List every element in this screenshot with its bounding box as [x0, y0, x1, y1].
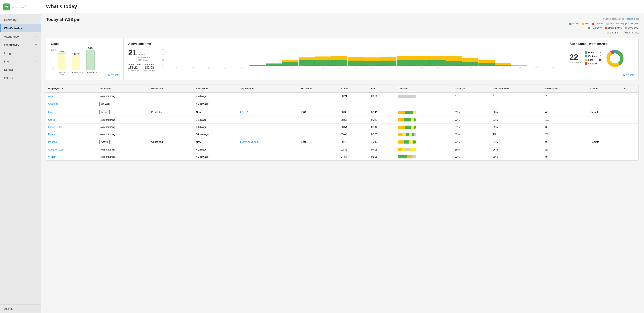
employee-link[interactable]: Finn [48, 111, 53, 114]
sidebar-item-summary[interactable]: Summary [0, 16, 40, 24]
current-time: Today at 7:33 pm [46, 17, 80, 22]
employee-cell: Olivia Wilson [46, 146, 98, 153]
office-cell [588, 116, 622, 124]
goal-not-met-color-dot [622, 32, 624, 34]
col-screen-pct: Screen % [298, 85, 339, 92]
ip-cell [622, 146, 638, 153]
active-bar-segment [413, 60, 429, 66]
app-website-link[interactable]: www.site1.com [242, 140, 259, 143]
chart-bar-col [184, 49, 200, 66]
active-status-indicator [100, 110, 100, 114]
schedule-link[interactable]: schedule [624, 18, 633, 20]
last-seen-cell: Now [194, 108, 238, 116]
productive-pct-cell: 80% [491, 153, 544, 160]
office-cell: Remote [588, 138, 622, 146]
table-row: AliceNo monitoring7.4 h ago00:2100:00**7 [46, 92, 638, 100]
active-pct-cell: * [453, 92, 491, 100]
chart-x-label: 5:00 am [252, 66, 264, 69]
goals-more-info-link[interactable]: More info [108, 74, 120, 76]
active-pct-cell: 92% [453, 138, 491, 146]
idle-bar-segment [298, 58, 315, 60]
timeline-cell [396, 124, 453, 130]
employee-link[interactable]: Isabella [48, 140, 57, 143]
employee-link[interactable]: William [48, 155, 56, 158]
chart-bar-col [250, 49, 266, 66]
active-time-cell: 08:57 [339, 116, 370, 124]
active-idle-cell: No monitoring [98, 146, 149, 153]
late-dot [585, 58, 587, 61]
timeline-segment [409, 133, 412, 136]
chart-x-labels: 12:00 am1:00 am2:00 am3:00 am4:00 am5:00… [168, 66, 560, 69]
timeline-cell [396, 130, 453, 138]
chart-x-label: 8:00 am [301, 66, 313, 69]
sidebar-item-usage[interactable]: Usage ▼ [0, 49, 40, 57]
chart-x-label: 12:00 pm [366, 66, 379, 69]
productive-pct-cell: 89% [491, 124, 544, 130]
top-info-row: Today at 7:33 pm * Cannot calculate: no … [46, 17, 638, 35]
attendance-donut-chart [605, 49, 625, 68]
sidebar-item-info[interactable]: Info ▼ [0, 57, 40, 66]
goal-met-color-dot [607, 32, 609, 34]
col-distraction: Distraction [544, 85, 588, 92]
timeline-bar [398, 148, 416, 151]
attendance-more-info-link[interactable]: More info [623, 74, 634, 76]
sidebar-item-settings[interactable]: Settings [0, 304, 40, 313]
productive-color-dot [588, 27, 590, 30]
col-office: Office [588, 85, 622, 92]
active-idle-value: Active [101, 140, 108, 143]
timeline-segment [398, 94, 416, 98]
employee-link[interactable]: Henry [48, 133, 55, 136]
col-employee[interactable]: Employee ▲ [46, 85, 98, 92]
timeline-segment [414, 133, 416, 136]
employees-table: Employee ▲ Active/idle Productive Last s… [46, 85, 638, 160]
app-website-cell [238, 92, 298, 100]
timeline-segment [413, 111, 416, 114]
active-time-stat: Active time 153:22 07:40/empl [128, 63, 140, 72]
sidebar-item-productivity[interactable]: Productivity ▼ [0, 40, 40, 49]
distraction-cell: 8 [544, 153, 588, 160]
active-bar-segment [380, 60, 397, 66]
employee-link[interactable]: Grace Griffin [48, 126, 62, 128]
active-pct-cell: 89% [453, 124, 491, 130]
timeline-segment [405, 126, 411, 129]
app-website-cell [238, 116, 298, 124]
timeline-cell [396, 92, 453, 100]
timeline-bar [398, 118, 416, 122]
active-time-label: Active time [128, 63, 140, 66]
idle-time-cell: 07:05 [369, 146, 396, 153]
timeline-segment [410, 148, 416, 151]
chart-bar-col [429, 49, 446, 66]
screen-pct-cell [298, 130, 339, 138]
sidebar-item-attendance[interactable]: Attendance ▼ [0, 32, 40, 40]
active-pct-cell: 57% [453, 130, 491, 138]
legend-area: * Cannot calculate: no schedule is set A… [569, 17, 638, 35]
employee-cell: Isabella [46, 138, 98, 146]
timeline-segment [411, 126, 414, 129]
employee-link[interactable]: Olivia Wilson [48, 148, 63, 151]
sidebar-item-special[interactable]: Special [0, 66, 40, 74]
active-bar-segment [282, 62, 298, 66]
content-area: Today at 7:33 pm * Cannot calculate: no … [40, 13, 644, 164]
productive-pct-cell: 86% [491, 108, 544, 116]
chart-bar-col [233, 49, 249, 66]
employee-link[interactable]: Alice [48, 94, 54, 98]
active-bar-segment [250, 65, 266, 66]
active-idle-value: No monitoring [100, 148, 115, 151]
timeline-bar [398, 133, 416, 136]
app-website-link[interactable]: App 1 [242, 111, 248, 114]
active-bar-segment [429, 60, 446, 66]
timeline-segment [414, 126, 416, 129]
productive-pct-cell: * [491, 92, 544, 100]
col-active-pct: Active % [453, 85, 491, 92]
sidebar-item-whats-today[interactable]: What's today [0, 24, 40, 32]
idle-bar-segment [397, 56, 413, 60]
employee-link[interactable]: Charlotte [48, 102, 58, 105]
timeline-bar [398, 111, 416, 114]
employee-link[interactable]: Grace [48, 118, 55, 121]
chevron-down-icon: ▼ [35, 77, 37, 80]
legend-goal-met: Goal met [607, 31, 619, 35]
sidebar-item-offices[interactable]: Offices ▼ [0, 74, 40, 82]
ip-cell [622, 100, 638, 108]
chart-bar-col [397, 49, 413, 66]
chart-bar-col [462, 49, 478, 66]
